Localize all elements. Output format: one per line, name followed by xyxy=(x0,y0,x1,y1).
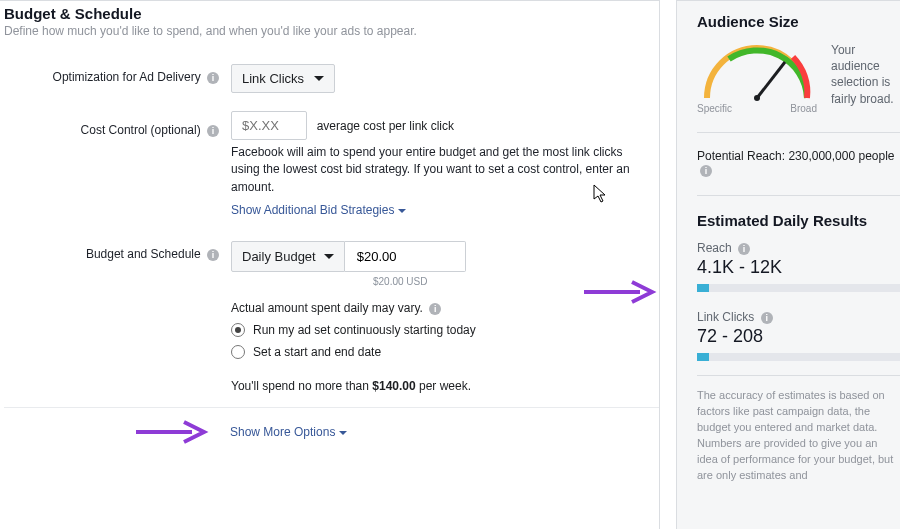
page-subtitle: Define how much you'd like to spend, and… xyxy=(4,24,659,38)
budget-amount-input[interactable] xyxy=(355,248,449,265)
audience-gauge: Specific Broad xyxy=(697,42,817,114)
budget-schedule-label: Budget and Schedule i xyxy=(4,241,231,393)
budget-vary-note: Actual amount spent daily may vary. xyxy=(231,301,423,315)
schedule-option-continuous[interactable]: Run my ad set continuously starting toda… xyxy=(231,323,659,337)
estimated-results-title: Estimated Daily Results xyxy=(697,212,900,229)
info-icon[interactable]: i xyxy=(207,72,219,84)
schedule-option-start-end[interactable]: Set a start and end date xyxy=(231,345,659,359)
audience-size-title: Audience Size xyxy=(697,13,900,30)
link-clicks-label: Link Clicks xyxy=(697,310,754,324)
optimization-dropdown[interactable]: Link Clicks xyxy=(231,64,335,93)
weekly-spend-note: You'll spend no more than $140.00 per we… xyxy=(231,379,659,393)
cost-control-description: Facebook will aim to spend your entire b… xyxy=(231,144,631,196)
reach-value: 4.1K - 12K xyxy=(697,257,900,278)
optimization-label: Optimization for Ad Delivery i xyxy=(4,64,231,93)
radio-icon xyxy=(231,323,245,337)
audience-verdict: Your audience selection is fairly broad. xyxy=(831,42,900,107)
potential-reach: Potential Reach: 230,000,000 people i xyxy=(697,149,900,177)
estimate-footer: The accuracy of estimates is based on fa… xyxy=(697,375,900,484)
chevron-down-icon xyxy=(398,209,406,213)
chevron-down-icon xyxy=(324,254,334,259)
info-icon[interactable]: i xyxy=(207,249,219,261)
show-more-options-link[interactable]: Show More Options xyxy=(230,425,347,439)
link-clicks-value: 72 - 208 xyxy=(697,326,900,347)
chevron-down-icon xyxy=(339,431,347,435)
show-bid-strategies-link[interactable]: Show Additional Bid Strategies xyxy=(231,203,406,217)
info-icon[interactable]: i xyxy=(429,303,441,315)
page-title: Budget & Schedule xyxy=(4,5,659,22)
info-icon[interactable]: i xyxy=(700,165,712,177)
info-icon[interactable]: i xyxy=(761,312,773,324)
radio-icon xyxy=(231,345,245,359)
svg-line-0 xyxy=(757,62,785,98)
info-icon[interactable]: i xyxy=(738,243,750,255)
chevron-down-icon xyxy=(314,76,324,81)
cost-control-suffix: average cost per link click xyxy=(317,119,454,133)
svg-point-1 xyxy=(754,95,760,101)
annotation-arrow-icon xyxy=(582,278,664,306)
info-icon[interactable]: i xyxy=(207,125,219,137)
reach-bar xyxy=(697,284,900,292)
cost-control-input-wrap xyxy=(231,111,307,140)
link-clicks-bar xyxy=(697,353,900,361)
annotation-arrow-icon xyxy=(134,418,216,446)
cost-control-label: Cost Control (optional) i xyxy=(4,117,231,217)
cost-control-input[interactable] xyxy=(240,117,294,134)
mouse-cursor-icon xyxy=(593,184,607,207)
reach-label: Reach xyxy=(697,241,732,255)
budget-type-dropdown[interactable]: Daily Budget xyxy=(231,241,345,272)
